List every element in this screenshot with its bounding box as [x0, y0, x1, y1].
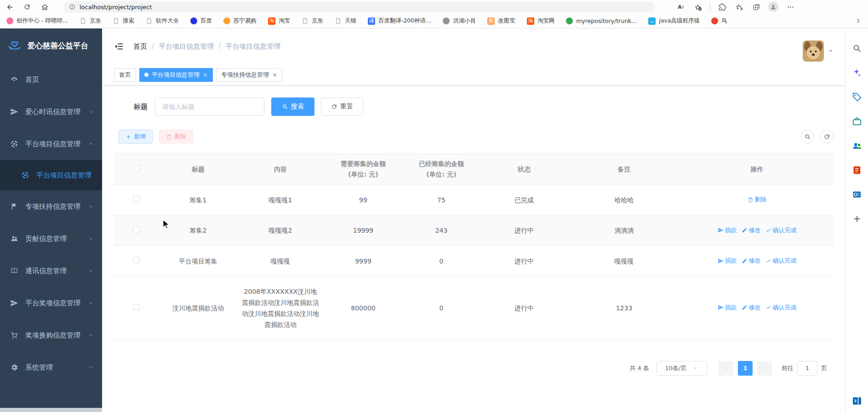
sidebar-item[interactable]: 贡献信息管理 — [0, 223, 102, 255]
bookmark-item[interactable]: 译百度翻译-200种语... — [368, 17, 431, 25]
bookmark-item[interactable]: 苏宁易购 — [223, 17, 257, 25]
confirm-complete-link[interactable]: 确认完成 — [765, 255, 797, 266]
bookmark-item[interactable]: 洪湖小肖 — [443, 17, 476, 25]
tab-首页[interactable]: 首页 — [114, 68, 136, 82]
outlook-icon[interactable] — [852, 189, 862, 200]
bookmark-item[interactable]: 天猫 — [335, 17, 356, 25]
users-icon — [10, 235, 19, 243]
donate-link[interactable]: 捐款 — [718, 302, 737, 313]
search-button[interactable]: 搜索 — [271, 97, 314, 116]
bookmark-item[interactable]: ᴗjava高级程序猿 — [648, 17, 700, 25]
breadcrumb-item[interactable]: 首页 — [133, 42, 147, 51]
search-input[interactable] — [155, 97, 264, 116]
bookmark-item[interactable]: 京东 — [80, 17, 101, 25]
edit-link[interactable]: 修改 — [742, 255, 761, 266]
bookmark-item[interactable]: 鸟 — [711, 17, 727, 25]
table-refresh-button[interactable] — [820, 130, 834, 143]
sidebar-item[interactable]: 专项扶持信息管理 — [0, 190, 102, 223]
tab-平台项目信息管理[interactable]: 平台项目信息管理× — [139, 68, 213, 82]
donate-link[interactable]: 捐款 — [718, 255, 737, 266]
action-label: 捐款 — [725, 302, 737, 313]
close-tab-icon[interactable]: × — [272, 72, 277, 78]
edit-link[interactable]: 修改 — [742, 302, 761, 313]
reader-icon[interactable] — [852, 165, 862, 175]
favorites-icon[interactable] — [734, 2, 744, 12]
row-checkbox[interactable] — [133, 257, 140, 263]
sidebar-item[interactable]: 平台项目信息管理 — [0, 128, 102, 160]
sidebar-item[interactable]: 首页 — [0, 63, 102, 96]
close-tab-icon[interactable]: × — [203, 72, 208, 78]
row-checkbox[interactable] — [133, 304, 140, 310]
extensions-icon[interactable] — [717, 2, 727, 12]
address-bar[interactable]: localhost/project/project — [63, 1, 655, 12]
home-button[interactable] — [39, 1, 51, 13]
user-menu[interactable] — [803, 40, 834, 62]
dashboard-icon — [10, 75, 19, 84]
next-page-button[interactable] — [757, 361, 772, 376]
search-icon[interactable] — [852, 43, 862, 53]
delete-link[interactable]: 删除 — [748, 194, 767, 205]
sidebar-item[interactable]: 通讯信息管理 — [0, 255, 102, 287]
reset-button[interactable]: 重置 — [321, 97, 363, 116]
bookmark-item[interactable]: 搜索 — [113, 17, 134, 25]
tools-icon[interactable] — [852, 116, 862, 126]
confirm-complete-link[interactable]: 确认完成 — [765, 225, 797, 236]
add-favorite-icon[interactable] — [693, 2, 703, 12]
read-aloud-icon[interactable]: A — [676, 2, 686, 12]
delete-button[interactable]: 删除 — [159, 130, 193, 143]
breadcrumb-item[interactable]: 平台项目信息管理 — [159, 42, 214, 51]
bookmark-item[interactable]: 淘淘宝网 — [527, 17, 555, 25]
row-checkbox[interactable] — [133, 165, 140, 172]
goto-page-input[interactable] — [797, 361, 817, 376]
cell-actions: 捐款修改确认完成 — [680, 276, 834, 339]
sidebar-item[interactable]: 奖项换购信息管理 — [0, 319, 102, 351]
user-avatar[interactable] — [803, 40, 824, 62]
repository-icon — [566, 17, 573, 24]
sidebar-scrollbar[interactable] — [0, 408, 102, 412]
page-1-button[interactable]: 1 — [738, 361, 753, 376]
row-checkbox[interactable] — [133, 226, 140, 233]
edit-link[interactable]: 修改 — [742, 225, 761, 236]
user-menu-caret-icon[interactable] — [828, 48, 834, 54]
table-search-toggle-button[interactable] — [800, 130, 814, 143]
add-icon[interactable] — [852, 214, 862, 224]
cell-content-text: 2008年XXXXXXX汶川地震捐款活动汶川地震捐款活动汶川地震捐款活动汶川地震… — [242, 286, 319, 330]
bookmark-label: 创作中心 - 哔哩哔... — [17, 17, 68, 25]
collapse-menu-icon[interactable] — [114, 41, 124, 52]
bookmark-item[interactable]: myrepository/trunk... — [566, 17, 637, 24]
bookmarks-overflow-chevron[interactable] — [855, 17, 862, 24]
total-count: 共 4 条 — [629, 364, 649, 372]
copilot-icon[interactable] — [852, 68, 862, 78]
bookmark-item[interactable]: 京东 — [302, 17, 323, 25]
bookmark-item[interactable]: 图改图宝 — [487, 17, 515, 25]
shopping-icon[interactable] — [852, 92, 862, 102]
open-sidebar-icon[interactable] — [851, 395, 862, 406]
sidebar-item[interactable]: 系统管理 — [0, 351, 102, 383]
bookmark-item[interactable]: 创作中心 - 哔哩哔... — [6, 17, 68, 25]
collections-icon[interactable] — [751, 2, 761, 12]
tab-专项扶持信息管理[interactable]: 专项扶持信息管理× — [216, 68, 282, 82]
sidebar-item[interactable]: 平台奖项信息管理 — [0, 287, 102, 319]
donate-link[interactable]: 捐款 — [718, 225, 737, 236]
cell-need-amount: 19999 — [324, 215, 402, 246]
confirm-complete-link[interactable]: 确认完成 — [765, 302, 797, 313]
bookmark-label: 淘宝网 — [537, 17, 555, 25]
sidebar-subitem[interactable]: 平台项目信息管理 — [0, 160, 102, 190]
cell-remark: 哈哈哈 — [568, 185, 680, 216]
add-button[interactable]: 新增 — [119, 130, 153, 143]
back-button[interactable] — [4, 1, 16, 13]
profile-avatar[interactable] — [768, 2, 778, 12]
page-size-select[interactable]: 10条/页 — [657, 361, 707, 376]
site-info-icon[interactable] — [69, 4, 75, 10]
page-suffix-label: 页 — [821, 364, 827, 372]
sidebar-item[interactable]: 爱心时讯信息管理 — [0, 96, 102, 128]
people-icon[interactable] — [852, 141, 862, 151]
bookmark-item[interactable]: 软件大全 — [146, 17, 179, 25]
bookmark-item[interactable]: 淘淘宝 — [268, 17, 290, 25]
more-menu-icon[interactable] — [785, 2, 795, 12]
row-checkbox[interactable] — [133, 196, 140, 202]
refresh-button[interactable] — [21, 1, 33, 13]
bookmark-item[interactable]: 百度 — [190, 17, 212, 25]
chevron-down-icon — [88, 204, 94, 209]
prev-page-button[interactable] — [719, 361, 733, 376]
